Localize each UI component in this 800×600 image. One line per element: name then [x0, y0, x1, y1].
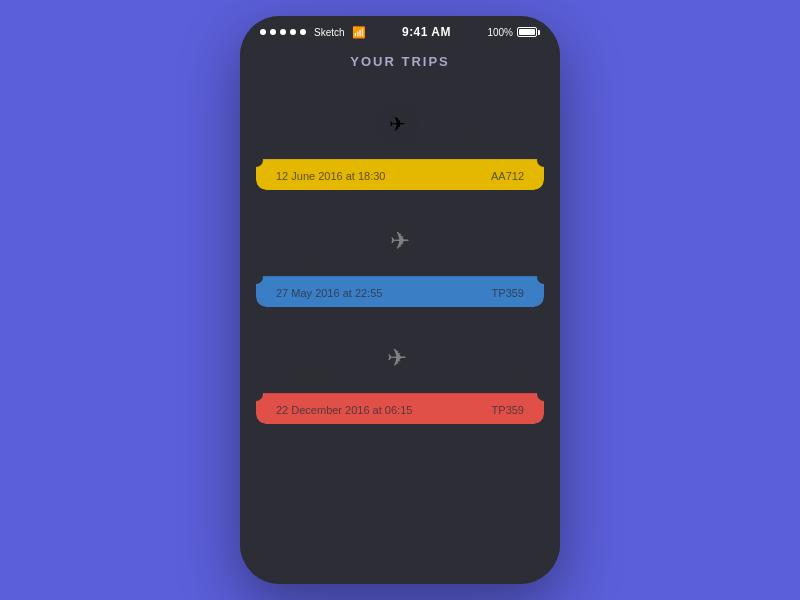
- trip-2-date: 27 May 2016 at 22:55: [276, 287, 382, 299]
- trip-2-origin: LHR London: [276, 216, 347, 266]
- trip-3-plane-icon: ✈: [387, 344, 407, 372]
- trips-list: JFK New York ✈ SFO San Francisco: [256, 85, 544, 424]
- trip-3-origin-code: LAX: [276, 333, 345, 369]
- trip-1-flight: AA712: [491, 170, 524, 182]
- wifi-icon: 📶: [352, 26, 366, 39]
- trip-3-destination: MXP Milano: [449, 333, 524, 383]
- status-left: Sketch 📶: [260, 26, 366, 39]
- trip-2-dest-code: OTP: [453, 216, 524, 252]
- trip-1-origin-code: JFK: [276, 99, 341, 135]
- trip-1-notch-right: [537, 153, 544, 167]
- status-right: 100%: [487, 27, 540, 38]
- trip-2-notch-right: [537, 270, 544, 284]
- trip-1-dest-code: SFO: [453, 99, 524, 135]
- trip-2-flight: TP359: [492, 287, 524, 299]
- trip-1-destination: SFO San Francisco: [453, 99, 524, 149]
- trip-1-origin: JFK New York: [276, 99, 341, 149]
- trip-1-plane-icon: ✈: [375, 102, 419, 146]
- trip-2-top: LHR London ✈ OTP Sofia: [256, 202, 544, 276]
- plane-symbol: ✈: [389, 112, 406, 136]
- trip-1-origin-city: New York: [276, 137, 341, 149]
- trip-3-notch-right: [537, 387, 544, 401]
- signal-dot-5: [300, 29, 306, 35]
- trip-2-plane-icon: ✈: [390, 227, 410, 255]
- trip-2-destination: OTP Sofia: [453, 216, 524, 266]
- page-title: YOUR TRIPS: [350, 54, 449, 69]
- trip-3-dest-city: Milano: [449, 371, 524, 383]
- trip-3-date: 22 December 2016 at 06:15: [276, 404, 412, 416]
- trip-1-bottom: 12 June 2016 at 18:30 AA712: [256, 160, 544, 190]
- trip-1-wrapper[interactable]: JFK New York ✈ SFO San Francisco: [256, 85, 544, 190]
- status-time: 9:41 AM: [402, 25, 451, 39]
- signal-dot-3: [280, 29, 286, 35]
- trip-3-dest-code: MXP: [449, 333, 524, 369]
- signal-dot-1: [260, 29, 266, 35]
- signal-dot-4: [290, 29, 296, 35]
- trip-3-wrapper[interactable]: LAX Los Angeles ✈ MXP Milano: [256, 319, 544, 424]
- status-bar: Sketch 📶 9:41 AM 100%: [240, 16, 560, 44]
- trip-2-origin-city: London: [276, 254, 347, 266]
- trip-2-dest-city: Sofia: [453, 254, 524, 266]
- trip-3-origin: LAX Los Angeles: [276, 333, 345, 383]
- trip-2-bottom: 27 May 2016 at 22:55 TP359: [256, 277, 544, 307]
- trip-2-wrapper[interactable]: LHR London ✈ OTP Sofia 27: [256, 202, 544, 307]
- trip-3-top: LAX Los Angeles ✈ MXP Milano: [256, 319, 544, 393]
- trip-1-dest-city: San Francisco: [453, 137, 524, 149]
- trip-3-ticket[interactable]: LAX Los Angeles ✈ MXP Milano: [256, 319, 544, 424]
- battery-percentage: 100%: [487, 27, 513, 38]
- phone-frame: Sketch 📶 9:41 AM 100% YOUR TRIPS J: [240, 16, 560, 584]
- trip-3-bottom: 22 December 2016 at 06:15 TP359: [256, 394, 544, 424]
- trip-2-origin-code: LHR: [276, 216, 347, 252]
- signal-dot-2: [270, 29, 276, 35]
- trip-3-origin-city: Los Angeles: [276, 371, 345, 383]
- trip-3-flight: TP359: [492, 404, 524, 416]
- trip-1-ticket[interactable]: JFK New York ✈ SFO San Francisco: [256, 85, 544, 190]
- screen-content: YOUR TRIPS JFK New York ✈ SFO: [240, 44, 560, 584]
- trip-1-date: 12 June 2016 at 18:30: [276, 170, 385, 182]
- trip-1-top: JFK New York ✈ SFO San Francisco: [256, 85, 544, 159]
- battery-icon: [517, 27, 540, 37]
- carrier-label: Sketch: [314, 27, 345, 38]
- trip-2-ticket[interactable]: LHR London ✈ OTP Sofia 27: [256, 202, 544, 307]
